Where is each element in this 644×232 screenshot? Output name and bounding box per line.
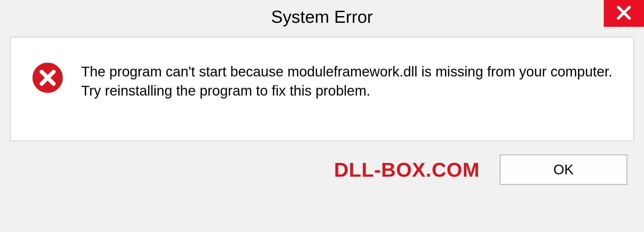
close-button[interactable] <box>604 0 644 27</box>
close-icon <box>615 4 632 22</box>
ok-button[interactable]: OK <box>500 155 627 185</box>
footer: DLL-BOX.COM OK <box>0 148 644 195</box>
watermark-text: DLL-BOX.COM <box>334 158 480 181</box>
error-message: The program can't start because modulefr… <box>81 61 613 100</box>
error-icon <box>31 61 64 96</box>
message-panel: The program can't start because modulefr… <box>10 37 634 141</box>
titlebar: System Error <box>0 0 644 34</box>
window-title: System Error <box>271 7 373 27</box>
